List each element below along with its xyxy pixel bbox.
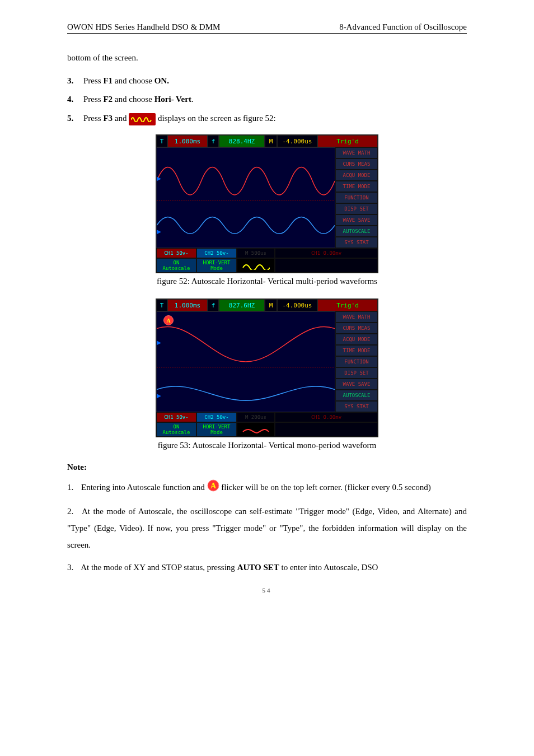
scope2-mode[interactable]: HORI-VERT Mode xyxy=(196,422,237,437)
figure-53-caption: figure 53: Autoscale Horizontal- Vertica… xyxy=(67,441,467,450)
scope1-autoscale-on[interactable]: ON Autoscale xyxy=(156,258,196,273)
scope2-menu-wave-save[interactable]: WAVE SAVE xyxy=(335,379,378,390)
note-3-num: 3. xyxy=(67,563,73,572)
scope1-bot2-sub: Mode xyxy=(210,265,223,271)
note-2: 2. At the mode of Autoscale, the oscillo… xyxy=(67,503,467,553)
scope1-menu-curs-meas[interactable]: CURS MEAS xyxy=(335,158,378,170)
scope1-ch-trigger: CH1 0.00mv xyxy=(275,248,378,258)
scope1-bot1-sub: Autoscale xyxy=(163,265,190,271)
page-number: 54 xyxy=(67,587,467,594)
autoscale-a-icon: A xyxy=(207,479,219,497)
step-5-key: F3 xyxy=(103,114,113,123)
scope2-menu-wave-math[interactable]: WAVE MATH xyxy=(335,311,378,323)
scope1-waveform-area xyxy=(156,147,335,248)
scope1-menu-acqu-mode[interactable]: ACQU MODE xyxy=(335,170,378,181)
page-header: OWON HDS Series Handheld DSO & DMM 8-Adv… xyxy=(67,22,467,34)
scope2-bot1-sub: Autoscale xyxy=(163,430,190,435)
scope2-autoscale-on[interactable]: ON Autoscale xyxy=(156,422,196,437)
scope2-offset: -4.000us xyxy=(277,299,317,311)
step-3-key: F1 xyxy=(103,76,113,85)
step-5: 5. Press F3 and displays on the screen a… xyxy=(67,113,467,125)
figure-52-caption: figure 52: Autoscale Horizontal- Vertica… xyxy=(67,277,467,286)
scope1-menu-sys-stat[interactable]: SYS STAT xyxy=(335,237,378,248)
scope1-timebase: 1.000ms xyxy=(167,135,208,147)
step-5-post: displays on the screen as figure 52: xyxy=(158,114,276,123)
scope2-menu-disp-set[interactable]: DISP SET xyxy=(335,367,378,379)
scope2-menu-curs-meas[interactable]: CURS MEAS xyxy=(335,323,378,334)
scope1-menu-function[interactable]: FUNCTION xyxy=(335,192,378,203)
note-1-num: 1. xyxy=(67,483,73,492)
scope2-frequency: 827.6HZ xyxy=(219,299,265,311)
scope2-waveform-area: A xyxy=(156,311,335,412)
step-5-num: 5. xyxy=(67,114,73,123)
step-3-num: 3. xyxy=(67,76,73,85)
step-3: 3. Press F1 and choose ON. xyxy=(67,76,467,86)
scope2-side-menu: WAVE MATH CURS MEAS ACQU MODE TIME MODE … xyxy=(335,311,378,412)
scope1-ch1: CH1 50v- xyxy=(156,248,196,258)
step-4-post: . xyxy=(191,95,194,104)
header-right: 8-Advanced Function of Oscilloscope xyxy=(339,22,467,32)
scope-figure-53: T 1.000ms f 827.6HZ M -4.000us Trig'd A … xyxy=(156,298,378,437)
step-3-pre: Press xyxy=(83,76,103,85)
scope2-menu-autoscale[interactable]: AUTOSCALE xyxy=(335,390,378,401)
note-3-post: to enter into Autoscale, DSO xyxy=(279,563,378,572)
svg-marker-4 xyxy=(157,340,161,345)
note-1-post: flicker will be on the top left corner. … xyxy=(221,483,430,492)
scope2-trigger-status: Trig'd xyxy=(317,299,378,311)
scope2-channel-bar: CH1 50v- CH2 50v- M 200us CH1 0.00mv xyxy=(156,412,378,422)
note-3-pre: At the mode of XY and STOP status, press… xyxy=(81,563,237,572)
scope1-top-bar: T 1.000ms f 828.4HZ M -4.000us Trig'd xyxy=(156,135,378,147)
scope2-timebase: 1.000ms xyxy=(167,299,208,311)
note-1: 1. Entering into Autoscale function and … xyxy=(67,479,467,497)
scope1-menu-wave-math[interactable]: WAVE MATH xyxy=(335,147,378,158)
scope1-m-label: M xyxy=(265,135,277,147)
step-3-mid: and choose xyxy=(113,76,154,85)
scope2-bot2-sub: Mode xyxy=(210,430,223,435)
scope1-bot2-top: HORI-VERT xyxy=(203,260,231,265)
scope1-wave-icon-slot[interactable] xyxy=(237,258,275,273)
step-4-num: 4. xyxy=(67,95,73,104)
scope1-menu-autoscale[interactable]: AUTOSCALE xyxy=(335,226,378,237)
scope2-menu-sys-stat[interactable]: SYS STAT xyxy=(335,401,378,412)
scope2-menu-acqu-mode[interactable]: ACQU MODE xyxy=(335,334,378,345)
step-4-pre: Press xyxy=(83,95,103,104)
scope1-side-menu: WAVE MATH CURS MEAS ACQU MODE TIME MODE … xyxy=(335,147,378,248)
step-5-mid: and xyxy=(113,114,129,123)
scope2-wave-icon-slot[interactable] xyxy=(237,422,275,437)
svg-text:A: A xyxy=(210,482,216,490)
scope2-bot2-top: HORI-VERT xyxy=(203,424,231,430)
scope1-offset: -4.000us xyxy=(277,135,317,147)
svg-marker-1 xyxy=(157,176,161,181)
scope2-menu-time-mode[interactable]: TIME MODE xyxy=(335,345,378,356)
scope1-menu-disp-set[interactable]: DISP SET xyxy=(335,203,378,214)
note-3: 3. At the mode of XY and STOP status, pr… xyxy=(67,559,467,576)
scope-figure-52: T 1.000ms f 828.4HZ M -4.000us Trig'd WA… xyxy=(156,134,378,273)
scope1-menu-wave-save[interactable]: WAVE SAVE xyxy=(335,214,378,226)
scope2-f-label: f xyxy=(208,299,219,311)
svg-marker-5 xyxy=(157,394,161,398)
scope1-mode[interactable]: HORI-VERT Mode xyxy=(196,258,237,273)
note-heading: Note: xyxy=(67,463,467,472)
scope1-f-label: f xyxy=(208,135,219,147)
scope1-bot1-top: ON xyxy=(174,260,180,265)
step-4-opt: Hori- Vert xyxy=(154,95,191,104)
scope2-bottom-bar: ON Autoscale HORI-VERT Mode xyxy=(156,422,378,437)
scope1-ch2: CH2 50v- xyxy=(196,248,237,258)
scope2-bot1-top: ON xyxy=(174,424,180,430)
note-3-key: AUTO SET xyxy=(237,563,279,572)
note-2-num: 2. xyxy=(67,507,73,516)
scope1-menu-time-mode[interactable]: TIME MODE xyxy=(335,181,378,192)
scope2-ch1: CH1 50v- xyxy=(156,412,196,422)
step-4-mid: and choose xyxy=(113,95,154,104)
scope2-ch-trigger: CH1 0.00mv xyxy=(275,412,378,422)
scope1-frequency: 828.4HZ xyxy=(219,135,265,147)
svg-marker-2 xyxy=(157,230,161,234)
scope2-m-time: M 200us xyxy=(237,412,275,422)
step-4-key: F2 xyxy=(103,95,113,104)
scope1-bottom-bar: ON Autoscale HORI-VERT Mode xyxy=(156,258,378,273)
step-3-opt: ON. xyxy=(154,76,169,85)
scope2-menu-function[interactable]: FUNCTION xyxy=(335,356,378,367)
intro-line: bottom of the screen. xyxy=(67,49,467,66)
note-1-pre: Entering into Autoscale function and xyxy=(81,483,207,492)
scope2-bot-empty xyxy=(275,422,378,437)
